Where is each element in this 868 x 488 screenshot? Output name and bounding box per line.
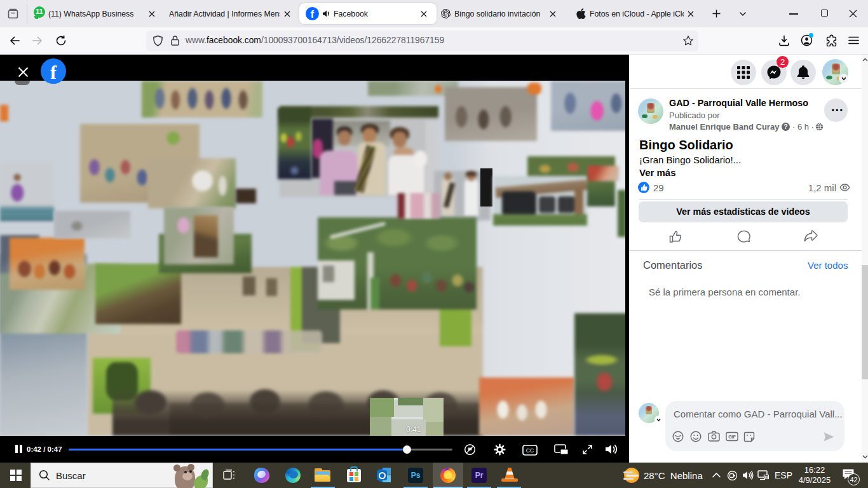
svg-text:CC: CC [526,447,534,454]
svg-text:GIF: GIF [728,435,736,439]
